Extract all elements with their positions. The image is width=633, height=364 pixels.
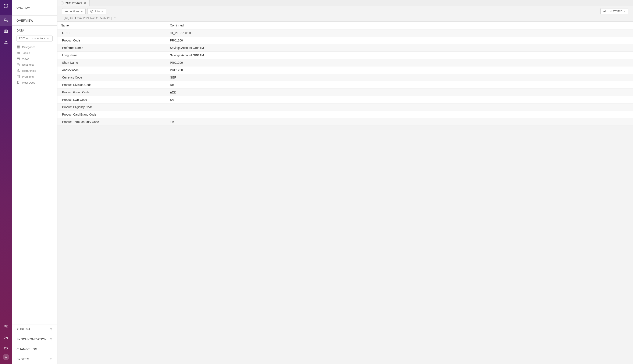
col-header-name: Name [57, 22, 166, 30]
sidebar-section-sync[interactable]: SYNCHRONIZATION [12, 334, 57, 344]
cell-value: Savings Account GBP 1M [166, 52, 633, 59]
link-value[interactable]: SA [170, 98, 174, 101]
table-row: Long NameSavings Account GBP 1M [57, 52, 633, 59]
table-row: Product Eligibility Code [57, 104, 633, 111]
tab-product[interactable]: 200: Product ✕ [57, 0, 90, 6]
sidebar-actions-button[interactable]: ••• Actions [30, 36, 51, 41]
actions-button[interactable]: ••• Actions [62, 8, 86, 14]
chevron-down-icon [101, 10, 103, 12]
avatar[interactable]: A [3, 354, 9, 360]
sync-icon [50, 358, 53, 360]
warning-icon [17, 75, 20, 78]
cell-value: Savings Account GBP 1M [166, 44, 633, 52]
info-icon [60, 1, 64, 5]
sidebar-item-datasets[interactable]: Data sets [15, 62, 54, 68]
sidebar-item-views[interactable]: Views [15, 56, 54, 62]
edit-button[interactable]: EDIT [17, 36, 30, 41]
record-table: Name Confirmed GUID01_PTIPRC1200Product … [57, 22, 633, 126]
table-row: Product Group CodeACC [57, 89, 633, 96]
svg-rect-15 [18, 70, 19, 70]
datasets-icon [17, 63, 20, 66]
cell-name: Product Term Maturity Code [57, 118, 166, 126]
sidebar-item-tables[interactable]: Tables [15, 50, 54, 56]
chevron-down-icon [47, 38, 49, 40]
svg-point-19 [18, 77, 18, 78]
table-row: AbbreviationPRC1200 [57, 66, 633, 74]
sidebar-section-overview[interactable]: OVERVIEW [12, 16, 57, 26]
sidebar-section-data: DATA EDIT ••• Actions Categories [12, 26, 57, 324]
link-value[interactable]: ACC [170, 90, 176, 94]
rail-item-admin[interactable] [0, 37, 12, 48]
info-icon [90, 10, 93, 13]
icon-rail: A [0, 0, 12, 364]
cell-name: Product LOB Code [57, 96, 166, 104]
table-row: Product Term Maturity Code1M [57, 118, 633, 126]
rail-item-settings[interactable] [0, 321, 12, 332]
link-value[interactable]: RB [170, 83, 174, 86]
record-panel: Name Confirmed GUID01_PTIPRC1200Product … [57, 21, 633, 126]
table-row: Product Division CodeRB [57, 81, 633, 89]
cell-name: Product Division Code [57, 81, 166, 89]
sync-icon [50, 338, 53, 341]
meta-bar: [ Id ] 20 | From: 2021 Mar 11 14:37:26 |… [57, 16, 633, 21]
svg-rect-6 [6, 338, 8, 339]
svg-rect-10 [17, 47, 20, 48]
sidebar-item-categories[interactable]: Categories [15, 44, 54, 50]
svg-rect-12 [17, 52, 20, 54]
cell-value: ACC [166, 89, 633, 96]
cell-name: Abbreviation [57, 66, 166, 74]
cell-value: 01_PTIPRC1200 [166, 30, 633, 37]
svg-point-21 [62, 2, 62, 2]
categories-icon [17, 45, 20, 49]
cell-value [166, 111, 633, 118]
info-button[interactable]: Info [87, 8, 106, 14]
chevron-down-icon [81, 10, 83, 12]
tab-title: 200: Product [66, 2, 82, 5]
cell-value: 1M [166, 118, 633, 126]
app-logo-icon [3, 3, 9, 9]
rail-item-help[interactable] [0, 343, 12, 354]
sidebar-item-most-used[interactable]: Most Used [15, 80, 54, 86]
sidebar-item-problems[interactable]: Problems [15, 74, 54, 80]
rail-item-explore[interactable] [0, 15, 12, 26]
cell-name: Preferred Name [57, 44, 166, 52]
sidebar-section-publish[interactable]: PUBLISH [12, 324, 57, 334]
cell-value: PRC1200 [166, 66, 633, 74]
sidebar-section-changelog[interactable]: CHANGE LOG [12, 344, 57, 354]
table-row: Preferred NameSavings Account GBP 1M [57, 44, 633, 52]
cell-name: Product Code [57, 37, 166, 44]
avatar-letter: A [5, 356, 7, 359]
dots-icon: ••• [33, 37, 36, 40]
table-row: Product Card Brand Code [57, 111, 633, 118]
cell-name: Long Name [57, 52, 166, 59]
table-row: Product CodePRC1200 [57, 37, 633, 44]
link-value[interactable]: GBP [170, 76, 176, 79]
history-dropdown[interactable]: ALL_HISTORY [600, 8, 628, 14]
sidebar-tree: Categories Tables Views Data sets Hierar… [12, 44, 57, 86]
svg-rect-13 [17, 58, 20, 60]
rail-item-user-lock[interactable] [0, 332, 12, 343]
cell-name: Currency Code [57, 74, 166, 81]
svg-point-4 [7, 327, 7, 328]
link-value[interactable]: 1M [170, 120, 174, 124]
table-row: Currency CodeGBP [57, 74, 633, 81]
svg-rect-9 [17, 46, 20, 46]
sidebar-data-label: DATA [12, 26, 57, 34]
bookmark-icon [17, 81, 20, 84]
sidebar-item-hierarchies[interactable]: Hierarchies [15, 68, 54, 74]
views-icon [17, 57, 20, 60]
cell-value: GBP [166, 74, 633, 81]
chevron-down-icon [26, 38, 28, 40]
svg-rect-16 [17, 71, 18, 72]
cell-name: Product Eligibility Code [57, 104, 166, 111]
close-icon[interactable]: ✕ [84, 1, 86, 5]
rail-item-docs[interactable] [0, 26, 12, 37]
sidebar-section-system[interactable]: SYSTEM [12, 354, 57, 364]
sidebar-button-row: EDIT ••• Actions [17, 36, 53, 42]
tabstrip: 200: Product ✕ [57, 0, 633, 6]
cell-name: Product Group Code [57, 89, 166, 96]
sync-icon [50, 328, 53, 331]
svg-point-14 [17, 64, 20, 64]
col-header-confirmed: Confirmed [166, 22, 633, 30]
cell-value: PRC1200 [166, 37, 633, 44]
